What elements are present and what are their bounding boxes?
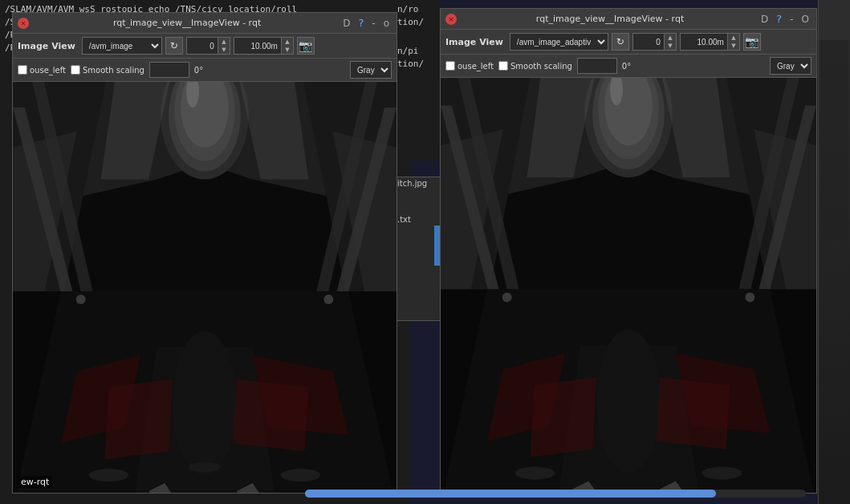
window-left-help-btn[interactable]: ? (356, 17, 366, 29)
window-right-spin-down-left[interactable]: ▼ (665, 42, 676, 50)
bottom-scrollbar-fill (305, 490, 716, 498)
window-right: × rqt_image_view__ImageView - rqt D ? - … (440, 8, 817, 494)
svg-point-58 (702, 467, 742, 480)
window-left-spin-down-left[interactable]: ▼ (218, 46, 230, 54)
svg-point-27 (189, 462, 221, 472)
window-right-toolbar2: ouse_left Smooth scaling 0° Gray (441, 55, 816, 78)
window-right-spin-left: ▲ ▼ (632, 33, 677, 51)
svg-marker-53 (531, 377, 597, 457)
window-left-content: Image View /avm_image ↻ ▲ ▼ ▲ ▼ (13, 34, 397, 493)
window-right-image-area (441, 78, 816, 493)
svg-point-25 (89, 469, 129, 482)
window-right-title: rqt_image_view__ImageView - rqt (462, 14, 758, 24)
file-item-jpg[interactable]: itch.jpg (394, 177, 441, 189)
window-left-toolbar1: Image View /avm_image ↻ ▲ ▼ ▲ ▼ (13, 34, 397, 59)
bottom-scrollbar-track[interactable] (305, 490, 806, 498)
window-right-spin-input-left[interactable] (632, 33, 665, 51)
window-right-minus-btn[interactable]: - (787, 14, 795, 25)
window-left-spin-input-left[interactable] (186, 37, 218, 55)
window-left-minus-btn[interactable]: - (369, 18, 377, 29)
terminal-text-right: n/ro tion/ n/pi tion/ (395, 0, 439, 161)
window-right-spin-arrows-right: ▲ ▼ (728, 33, 740, 51)
window-right-spin-arrows-left: ▲ ▼ (665, 33, 677, 51)
window-left-save-icon: 📷 (299, 39, 312, 52)
window-left-mouse-left-checkbox[interactable] (18, 65, 27, 75)
window-right-titlebar-buttons: D ? - O (758, 13, 811, 25)
window-left-topic-dropdown[interactable]: /avm_image (82, 37, 162, 55)
window-right-spin-up-right[interactable]: ▲ (728, 34, 739, 42)
window-right-spin-up-left[interactable]: ▲ (665, 34, 676, 42)
window-left-toolbar2: ouse_left Smooth scaling 0° Gray (13, 59, 397, 82)
window-right-d-btn[interactable]: D (758, 14, 771, 25)
svg-marker-22 (233, 380, 309, 452)
svg-point-50 (596, 329, 661, 473)
window-right-close-x-btn[interactable]: O (799, 14, 811, 25)
window-left-refresh-btn[interactable]: ↻ (165, 37, 183, 55)
side-panel-content (820, 40, 848, 241)
window-right-spin-right: ▲ ▼ (680, 33, 740, 51)
svg-marker-21 (105, 380, 173, 460)
window-right-color-dropdown[interactable]: Gray (770, 57, 811, 75)
window-right-topic-dropdown[interactable]: /avm_image_adaptiv (510, 33, 608, 51)
window-left-spin-right: ▲ ▼ (234, 37, 294, 55)
window-left-spin-up-right[interactable]: ▲ (282, 38, 293, 46)
window-left-spin-arrows-right: ▲ ▼ (282, 37, 294, 55)
svg-point-26 (281, 469, 321, 482)
window-left-spin-arrows-left: ▲ ▼ (218, 37, 230, 55)
window-right-titlebar: × rqt_image_view__ImageView - rqt D ? - … (441, 9, 816, 30)
window-left-image-area: ew-rqt (13, 82, 397, 493)
svg-point-18 (173, 331, 237, 475)
window-left-title: rqt_image_view__ImageView - rqt (34, 18, 340, 28)
window-left-spin-down-right[interactable]: ▼ (282, 46, 293, 54)
svg-point-56 (745, 292, 754, 302)
right-side-panel (818, 0, 850, 504)
window-left-smooth-scaling-checkbox[interactable] (71, 65, 80, 75)
svg-marker-54 (657, 377, 730, 449)
window-left-smooth-scaling-label[interactable]: Smooth scaling (71, 65, 144, 75)
window-left-d-btn[interactable]: D (340, 18, 352, 29)
window-right-mouse-left-checkbox[interactable] (445, 61, 455, 71)
window-right-smooth-scaling-label[interactable]: Smooth scaling (498, 61, 572, 71)
window-right-save-icon: 📷 (745, 35, 758, 48)
window-right-save-btn[interactable]: 📷 (743, 33, 761, 51)
window-right-help-btn[interactable]: ? (774, 13, 784, 25)
window-right-spin-input-right[interactable] (680, 33, 728, 51)
window-left-mouse-left-label[interactable]: ouse_left (18, 65, 66, 75)
window-left-spin-up-left[interactable]: ▲ (218, 38, 230, 46)
window-right-panel-title: Image View (445, 37, 503, 47)
window-right-content: Image View /avm_image_adaptiv ↻ ▲ ▼ ▲ ▼ (441, 30, 816, 493)
window-left-titlebar: × rqt_image_view__ImageView - rqt D ? - … (13, 13, 397, 34)
window-right-refresh-btn[interactable]: ↻ (612, 33, 629, 51)
window-right-degree-value: 0° (622, 62, 631, 71)
svg-point-24 (323, 295, 333, 304)
window-right-camera-image (441, 78, 816, 493)
window-left-camera-image (13, 82, 397, 493)
window-right-toolbar1: Image View /avm_image_adaptiv ↻ ▲ ▼ ▲ ▼ (441, 30, 816, 55)
window-right-degree-box (577, 58, 617, 74)
window-right-close-button[interactable]: × (445, 14, 457, 25)
file-list-panel: itch.jpg .txt (393, 177, 441, 321)
window-left-spin-input-right[interactable] (234, 37, 282, 55)
window-left-close-button[interactable]: × (18, 18, 29, 29)
window-left-degree-value: 0° (194, 66, 203, 75)
window-left: × rqt_image_view__ImageView - rqt D ? - … (12, 12, 397, 494)
svg-point-23 (76, 295, 86, 304)
svg-point-55 (502, 292, 512, 302)
window-right-smooth-scaling-checkbox[interactable] (498, 61, 508, 71)
window-right-mouse-left-label[interactable]: ouse_left (445, 61, 494, 71)
file-item-txt[interactable]: .txt (394, 213, 441, 226)
window-left-titlebar-buttons: D ? - o (340, 17, 392, 29)
window-left-degree-box (149, 62, 189, 78)
window-left-close-x-btn[interactable]: o (381, 18, 392, 29)
window-left-spin-left: ▲ ▼ (186, 37, 230, 55)
window-left-color-dropdown[interactable]: Gray (350, 61, 392, 79)
window-left-image-label: ew-rqt (18, 476, 52, 488)
window-right-spin-down-right[interactable]: ▼ (728, 42, 739, 50)
window-left-save-btn[interactable]: 📷 (297, 37, 315, 55)
svg-point-57 (515, 467, 555, 480)
window-left-panel-title: Image View (18, 41, 75, 51)
